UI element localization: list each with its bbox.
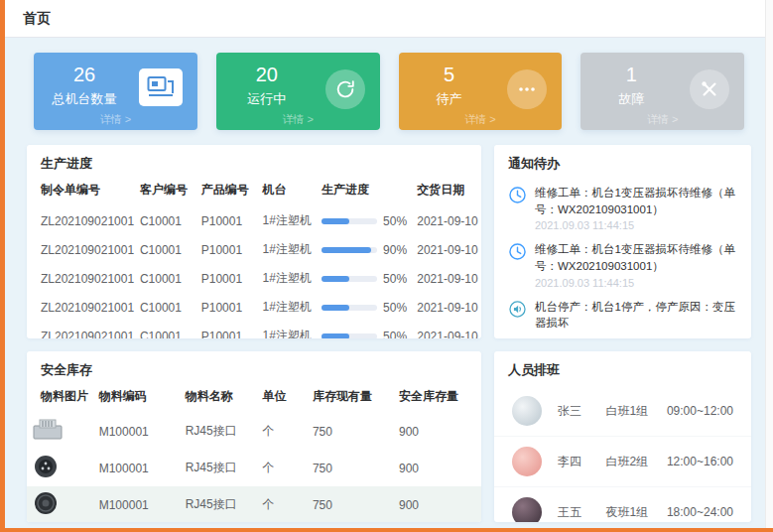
column-header: 安全库存量	[395, 386, 481, 413]
detail-link[interactable]: 详情 >	[580, 112, 744, 127]
column-header: 产品编号	[197, 180, 259, 206]
unit: 个	[259, 486, 309, 522]
column-header: 物料编码	[95, 386, 182, 413]
notice-item[interactable]: 维修工单：机台1变压器损坏待维修（单号：WX202109031001） 2021…	[494, 236, 751, 293]
clock-icon	[508, 242, 527, 261]
product-no: P10001	[197, 322, 259, 338]
material-name: RJ45接口	[182, 486, 259, 522]
speaker-icon	[508, 300, 527, 319]
panel-title: 生产进度	[27, 145, 481, 180]
staff-schedule-panel: 人员排班 张三 白班1组 09:00~12:00 李四 白班2组 12:00~1…	[494, 351, 751, 522]
scrollbar[interactable]	[765, 0, 773, 528]
table-row: ZL202109021001 C10001 P10001 1#注塑机 50% 2…	[27, 206, 481, 235]
notice-time: 2021.09.03 11:44:15	[535, 277, 737, 289]
column-header: 库存现有量	[309, 386, 395, 413]
table-row: M100001 RJ45接口 个 750 900	[27, 413, 481, 450]
progress-label: 90%	[383, 243, 407, 257]
material-image-round-connector	[31, 454, 61, 479]
material-code: M100001	[95, 486, 182, 522]
column-header: 交货日期	[413, 180, 481, 206]
customer-no: C10001	[136, 322, 197, 338]
machine-icon	[139, 68, 183, 106]
delivery-date: 2021-09-10	[413, 235, 481, 264]
notice-time: 2021.09.03 11:44:15	[535, 219, 737, 231]
panel-title: 通知待办	[494, 145, 751, 180]
notice-item[interactable]: 维修工单：机台1变压器损坏待维修（单号：WX202109031001） 2021…	[494, 180, 751, 236]
delivery-date: 2021-09-10	[413, 264, 481, 293]
product-no: P10001	[197, 235, 259, 264]
product-no: P10001	[197, 293, 259, 322]
progress-bar: 50%	[322, 330, 409, 339]
ellipsis-icon	[507, 69, 547, 109]
detail-link[interactable]: 详情 >	[216, 112, 380, 127]
progress-bar: 50%	[322, 301, 409, 315]
stat-value: 1	[580, 64, 682, 86]
top-bar: 首页	[5, 0, 773, 38]
column-header: 单位	[259, 386, 309, 413]
machine: 1#注塑机	[259, 293, 319, 322]
stock-table: 物料图片 物料编码 物料名称 单位 库存现有量 安全库存量	[27, 386, 481, 522]
notice-text: 维修工单：机台1变压器损坏待维修（单号：WX202109031001）	[535, 185, 737, 217]
material-name: RJ45接口	[182, 450, 259, 486]
panel-title: 安全库存	[27, 351, 481, 386]
current-qty: 750	[309, 450, 395, 486]
stat-value: 5	[399, 64, 500, 86]
safety-stock-panel: 安全库存 物料图片 物料编码 物料名称 单位 库存现有量 安全库存量	[27, 351, 481, 522]
notice-text: 机台停产：机台1停产，停产原因：变压器损坏	[535, 299, 737, 332]
progress-label: 50%	[383, 301, 407, 315]
material-image-rj45	[31, 417, 64, 443]
main-content: 26 总机台数量 详情 > 20 运行中	[5, 38, 773, 528]
staff-shift: 夜班1组	[606, 504, 667, 521]
dashboard-page: 首页 26 总机台数量 详情 > 20 运行中	[0, 0, 773, 532]
staff-shift: 白班1组	[606, 403, 667, 420]
stat-label: 运行中	[216, 90, 318, 108]
column-header: 物料名称	[182, 386, 259, 413]
column-header: 生产进度	[318, 180, 413, 206]
machine: 1#注塑机	[259, 322, 319, 338]
progress-bar: 50%	[322, 272, 409, 286]
progress-bar: 50%	[322, 214, 409, 228]
table-header-row: 物料图片 物料编码 物料名称 单位 库存现有量 安全库存量	[27, 386, 481, 413]
staff-row: 张三 白班1组 09:00~12:00	[494, 386, 751, 436]
product-no: P10001	[197, 206, 259, 235]
progress-bar: 90%	[322, 243, 409, 257]
notice-item[interactable]: 计划暂停：机台1生产计划已暂停 2021.09.03 11:44:15	[494, 336, 751, 338]
delivery-date: 2021-09-10	[413, 206, 481, 235]
customer-no: C10001	[136, 293, 197, 322]
stat-card-fault: 1 故障 详情 >	[580, 53, 744, 130]
machine: 1#注塑机	[259, 264, 319, 293]
detail-link[interactable]: 详情 >	[399, 112, 563, 127]
delivery-date: 2021-09-10	[413, 293, 481, 322]
clock-icon	[508, 186, 527, 204]
production-progress-panel: 生产进度 制令单编号 客户编号 产品编号 机台 生产进度 交货日期	[27, 145, 481, 338]
staff-row: 王五 夜班1组 18:00~24:00	[494, 486, 751, 522]
notice-item[interactable]: 机台停产：机台1停产，停产原因：变压器损坏	[494, 294, 751, 336]
tab-home[interactable]: 首页	[23, 10, 51, 28]
staff-name: 王五	[558, 504, 606, 521]
table-header-row: 制令单编号 客户编号 产品编号 机台 生产进度 交货日期	[27, 180, 481, 206]
staff-shift: 白班2组	[606, 454, 667, 470]
staff-time: 12:00~16:00	[667, 455, 733, 468]
unit: 个	[259, 450, 309, 486]
customer-no: C10001	[136, 264, 197, 293]
stat-label: 故障	[580, 90, 682, 108]
tools-icon	[690, 69, 729, 109]
staff-time: 09:00~12:00	[667, 404, 733, 418]
notice-text: 维修工单：机台1变压器损坏待维修（单号：WX202109031001）	[535, 241, 737, 274]
detail-link[interactable]: 详情 >	[34, 112, 197, 127]
current-qty: 750	[309, 413, 395, 450]
machine: 1#注塑机	[259, 206, 319, 235]
avatar	[512, 396, 542, 426]
unit: 个	[259, 413, 309, 450]
staff-name: 李四	[558, 454, 606, 470]
column-header: 物料图片	[27, 386, 95, 413]
avatar	[512, 497, 542, 522]
column-header: 制令单编号	[27, 180, 136, 206]
table-row: ZL202109021001 C10001 P10001 1#注塑机 50% 2…	[27, 293, 481, 322]
material-code: M100001	[95, 413, 182, 450]
delivery-date: 2021-09-10	[413, 322, 481, 338]
customer-no: C10001	[136, 206, 197, 235]
stat-value: 26	[34, 64, 135, 86]
table-row: M100001 RJ45接口 个 750 900	[27, 450, 481, 486]
machine: 1#注塑机	[259, 235, 319, 264]
